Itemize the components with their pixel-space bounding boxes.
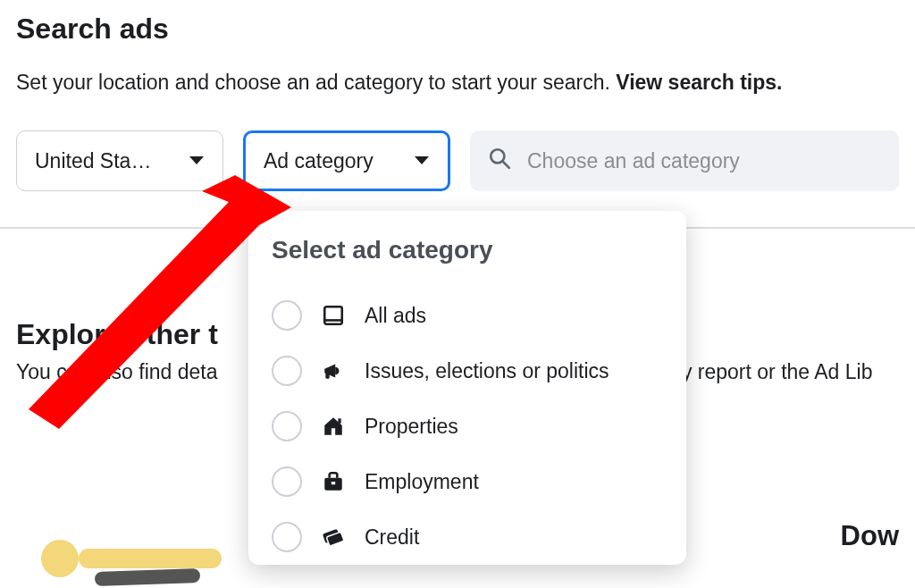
credit-icon bbox=[320, 525, 347, 549]
explore-desc-left: You can also find deta bbox=[16, 360, 218, 383]
subtitle-text: Set your location and choose an ad categ… bbox=[16, 71, 616, 94]
radio-icon bbox=[272, 466, 302, 497]
option-properties[interactable]: Properties bbox=[272, 399, 663, 454]
search-icon bbox=[488, 147, 511, 175]
page-title: Search ads bbox=[16, 13, 899, 46]
filter-row: United Sta… Ad category Choose an ad cat… bbox=[16, 130, 899, 191]
house-icon bbox=[320, 415, 347, 438]
search-placeholder: Choose an ad category bbox=[527, 149, 740, 173]
option-label: All ads bbox=[365, 304, 426, 328]
explore-desc-right: ry report or the Ad Lib bbox=[675, 360, 872, 383]
svg-rect-5 bbox=[338, 418, 340, 423]
radio-icon bbox=[272, 411, 302, 441]
radio-icon bbox=[272, 356, 302, 386]
radio-icon bbox=[272, 300, 302, 331]
briefcase-icon bbox=[320, 470, 347, 493]
option-label: Issues, elections or politics bbox=[365, 359, 609, 383]
svg-rect-7 bbox=[332, 482, 335, 484]
category-label: Ad category bbox=[264, 149, 374, 173]
option-issues-elections-politics[interactable]: Issues, elections or politics bbox=[272, 343, 663, 399]
radio-icon bbox=[272, 522, 302, 552]
chevron-down-icon bbox=[189, 155, 205, 166]
option-label: Credit bbox=[365, 525, 419, 550]
bottom-right-text: Dow bbox=[841, 520, 899, 552]
ad-category-popover: Select ad category All ads Issues, elect… bbox=[248, 211, 686, 565]
option-employment[interactable]: Employment bbox=[272, 454, 663, 509]
location-dropdown[interactable]: United Sta… bbox=[16, 130, 223, 191]
option-label: Properties bbox=[365, 415, 458, 439]
svg-line-1 bbox=[502, 161, 509, 168]
svg-rect-4 bbox=[325, 373, 329, 379]
page-subtitle: Set your location and choose an ad categ… bbox=[16, 71, 899, 95]
megaphone-icon bbox=[320, 359, 347, 382]
svg-rect-2 bbox=[324, 307, 342, 324]
decorative-graphic bbox=[41, 518, 229, 583]
chevron-down-icon bbox=[414, 155, 430, 166]
location-label: United Sta… bbox=[35, 149, 151, 173]
option-all-ads[interactable]: All ads bbox=[272, 288, 663, 343]
popover-title: Select ad category bbox=[272, 236, 663, 265]
option-label: Employment bbox=[365, 470, 479, 494]
search-box[interactable]: Choose an ad category bbox=[470, 130, 899, 191]
ad-category-dropdown[interactable]: Ad category bbox=[243, 130, 450, 191]
view-search-tips-link[interactable]: View search tips. bbox=[616, 71, 782, 94]
option-credit[interactable]: Credit bbox=[272, 509, 663, 565]
tablet-icon bbox=[320, 304, 347, 327]
